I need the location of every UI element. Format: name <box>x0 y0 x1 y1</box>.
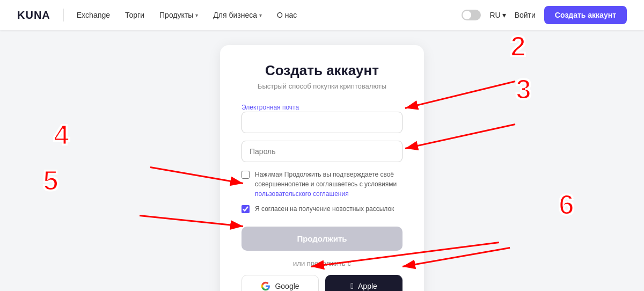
or-divider: или продолжить с <box>241 259 402 267</box>
annotation-3: 3 <box>516 73 531 105</box>
language-selector[interactable]: RU ▾ <box>489 11 506 19</box>
apple-label: Apple <box>358 282 377 290</box>
google-icon <box>261 281 270 291</box>
email-label: Электронная почта <box>241 104 299 111</box>
newsletter-checkbox[interactable] <box>241 205 250 213</box>
navbar: KUNA Exchange Торги Продукты ▾ Для бизне… <box>0 0 644 30</box>
signup-button[interactable]: Создать аккаунт <box>544 6 627 24</box>
nav-trades[interactable]: Торги <box>125 11 144 19</box>
newsletter-label: Я согласен на получение новостных рассыл… <box>255 204 394 214</box>
form-subtitle: Быстрый способ покупки криптовалюты <box>241 82 402 90</box>
terms-label: Нажимая Продолжить вы подтверждаете своё… <box>255 170 402 199</box>
google-label: Google <box>275 282 299 290</box>
password-input[interactable] <box>241 141 402 162</box>
nav-exchange[interactable]: Exchange <box>77 11 110 19</box>
terms-link[interactable]: пользовательского соглашения <box>255 190 349 198</box>
register-form-card: Создать аккаунт Быстрый способ покупки к… <box>220 45 424 291</box>
email-input[interactable] <box>241 112 402 133</box>
login-button[interactable]: Войти <box>515 11 536 19</box>
annotation-6: 6 <box>559 188 574 221</box>
terms-checkbox-row: Нажимая Продолжить вы подтверждаете своё… <box>241 170 402 199</box>
social-buttons: Google  Apple <box>241 275 402 291</box>
apple-signin-button[interactable]:  Apple <box>325 275 402 291</box>
continue-button[interactable]: Продолжить <box>241 227 402 251</box>
products-chevron-icon: ▾ <box>195 12 198 18</box>
lang-chevron-icon: ▾ <box>502 11 506 19</box>
newsletter-checkbox-row: Я согласен на получение новостных рассыл… <box>241 204 402 214</box>
nav-about[interactable]: О нас <box>277 11 297 19</box>
theme-toggle[interactable] <box>462 10 481 20</box>
annotation-5: 5 <box>43 164 58 197</box>
nav-divider <box>63 9 64 21</box>
logo[interactable]: KUNA <box>17 9 50 21</box>
terms-checkbox[interactable] <box>241 171 250 179</box>
annotation-2: 2 <box>510 30 526 62</box>
form-title: Создать аккаунт <box>241 62 402 79</box>
theme-toggle-wrap <box>462 10 481 20</box>
business-chevron-icon: ▾ <box>259 12 262 18</box>
nav-products[interactable]: Продукты ▾ <box>159 11 198 19</box>
google-signin-button[interactable]: Google <box>241 275 319 291</box>
nav-right: RU ▾ Войти Создать аккаунт <box>462 6 627 24</box>
nav-links: Exchange Торги Продукты ▾ Для бизнеса ▾ … <box>77 11 462 19</box>
main-content: 2 3 4 5 6 Создать аккаунт Быстрый способ… <box>0 30 644 291</box>
annotation-4: 4 <box>54 119 69 151</box>
nav-business[interactable]: Для бизнеса ▾ <box>213 11 262 19</box>
apple-icon:  <box>350 281 354 291</box>
